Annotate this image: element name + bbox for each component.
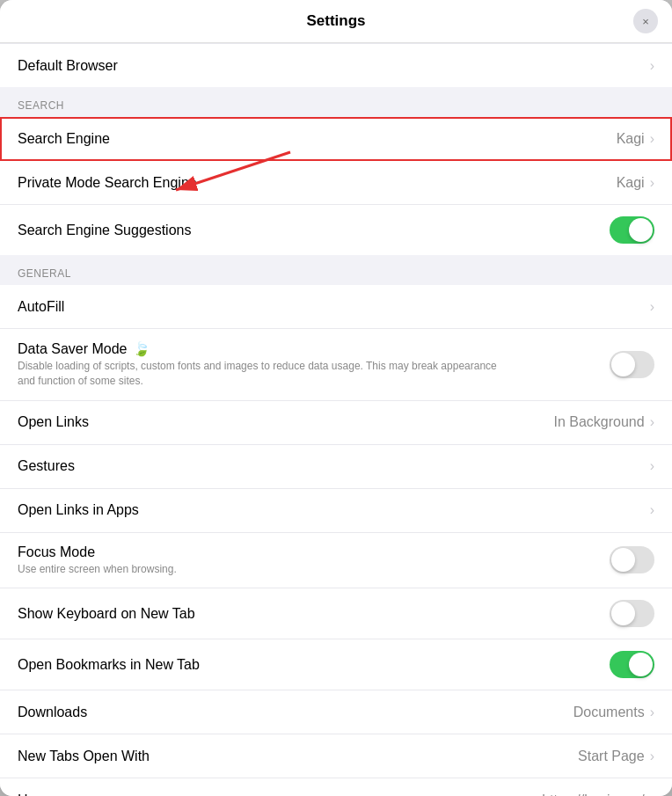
search-suggestions-label: Search Engine Suggestions (18, 223, 610, 238)
keyboard-new-tab-label: Show Keyboard on New Tab (18, 606, 610, 622)
search-settings-group: Search Engine Kagi › Private Mode Search… (0, 117, 672, 255)
autofill-row[interactable]: AutoFill › (0, 285, 672, 329)
chevron-icon: › (650, 705, 654, 720)
chevron-icon: › (650, 749, 654, 764)
modal-title: Settings (306, 12, 365, 30)
search-suggestions-row: Search Engine Suggestions (0, 205, 672, 255)
search-engine-value: Kagi (617, 131, 645, 147)
private-search-engine-row[interactable]: Private Mode Search Engine Kagi › (0, 161, 672, 205)
general-section-header: GENERAL (0, 255, 672, 285)
data-saver-sublabel: Disable loading of scripts, custom fonts… (18, 359, 501, 389)
data-saver-label: Data Saver Mode (18, 341, 128, 357)
toggle-knob (611, 353, 635, 376)
autofill-label: AutoFill (18, 299, 648, 315)
downloads-value: Documents (573, 705, 645, 720)
modal-header: Settings × (0, 0, 672, 43)
search-section-header: SEARCH (0, 87, 672, 117)
search-suggestions-toggle[interactable] (610, 216, 654, 244)
focus-mode-sublabel: Use entire screen when browsing. (18, 562, 501, 577)
bookmarks-new-tab-toggle[interactable] (610, 651, 654, 678)
search-engine-row[interactable]: Search Engine Kagi › (0, 117, 672, 161)
open-links-row[interactable]: Open Links In Background › (0, 401, 672, 445)
open-links-apps-row[interactable]: Open Links in Apps › (0, 489, 672, 533)
focus-mode-label: Focus Mode (18, 544, 610, 560)
chevron-icon: › (650, 58, 654, 74)
focus-mode-label-wrap: Focus Mode Use entire screen when browsi… (18, 544, 610, 577)
private-search-engine-label: Private Mode Search Engine (18, 175, 617, 191)
new-tabs-open-with-row[interactable]: New Tabs Open With Start Page › (0, 734, 672, 778)
focus-mode-row: Focus Mode Use entire screen when browsi… (0, 533, 672, 589)
private-search-engine-value: Kagi (617, 175, 645, 191)
homepage-value: https://kagi.com/ (542, 792, 645, 796)
toggle-knob (629, 653, 653, 676)
open-links-label: Open Links (18, 414, 553, 430)
new-tabs-open-with-label: New Tabs Open With (18, 749, 578, 764)
new-tabs-open-with-value: Start Page (578, 749, 645, 764)
default-browser-group: Default Browser › (0, 43, 672, 87)
chevron-icon: › (650, 502, 654, 518)
gestures-label: Gestures (18, 458, 648, 474)
search-engine-label: Search Engine (18, 131, 617, 147)
data-saver-toggle[interactable] (610, 351, 654, 378)
settings-content: Default Browser › SEARCH Search Engine K… (0, 43, 672, 796)
toggle-knob (611, 602, 635, 625)
homepage-label: Homepage (18, 792, 542, 796)
toggle-knob (629, 218, 653, 242)
data-saver-row: Data Saver Mode 🍃 Disable loading of scr… (0, 329, 672, 401)
close-icon: × (642, 15, 649, 28)
chevron-icon: › (650, 131, 654, 147)
settings-modal: Settings × Default Browser › SEARCH Sear… (0, 0, 672, 796)
leaf-icon: 🍃 (133, 340, 150, 357)
open-links-apps-label: Open Links in Apps (18, 502, 648, 518)
chevron-icon: › (650, 414, 654, 430)
bookmarks-new-tab-row: Open Bookmarks in New Tab (0, 639, 672, 690)
downloads-label: Downloads (18, 705, 573, 720)
search-section: SEARCH Search Engine Kagi › Private Mode… (0, 87, 672, 255)
default-browser-label: Default Browser (18, 58, 648, 74)
chevron-icon: › (650, 175, 654, 191)
focus-mode-toggle[interactable] (610, 546, 654, 573)
general-section: GENERAL AutoFill › Data Saver Mode 🍃 Dis… (0, 255, 672, 796)
close-button[interactable]: × (633, 9, 658, 33)
chevron-icon: › (650, 792, 654, 796)
chevron-icon: › (650, 458, 654, 474)
gestures-row[interactable]: Gestures › (0, 445, 672, 489)
general-settings-group: AutoFill › Data Saver Mode 🍃 Disable loa… (0, 285, 672, 796)
bookmarks-new-tab-label: Open Bookmarks in New Tab (18, 657, 610, 673)
default-browser-row[interactable]: Default Browser › (0, 43, 672, 87)
chevron-icon: › (650, 299, 654, 315)
downloads-row[interactable]: Downloads Documents › (0, 690, 672, 734)
keyboard-new-tab-row: Show Keyboard on New Tab (0, 588, 672, 639)
data-saver-label-wrap: Data Saver Mode 🍃 Disable loading of scr… (18, 340, 610, 389)
open-links-value: In Background (553, 414, 644, 430)
keyboard-new-tab-toggle[interactable] (610, 600, 654, 627)
homepage-row[interactable]: Homepage https://kagi.com/ › (0, 778, 672, 796)
toggle-knob (611, 548, 635, 572)
